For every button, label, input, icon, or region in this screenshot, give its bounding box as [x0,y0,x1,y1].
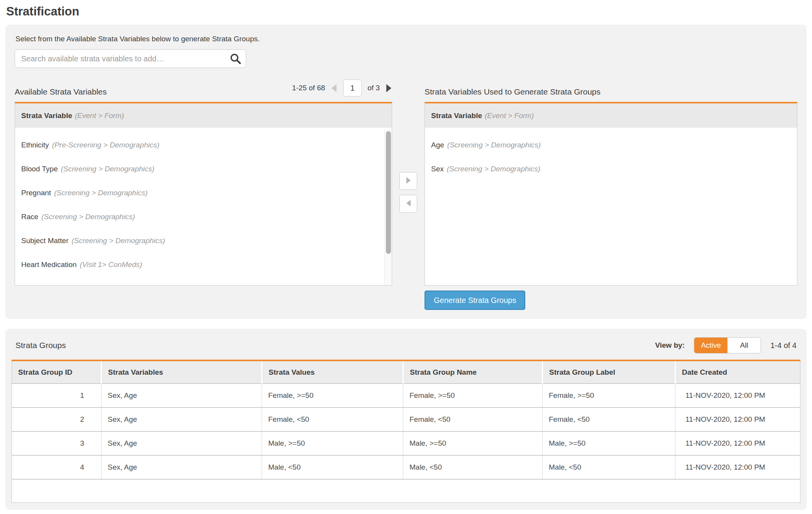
strata-variable-item[interactable]: Pregnant (Screening > Demographics) [15,181,392,205]
list-header-meta: (Event > Form) [485,112,534,120]
cell-strata-group-name: Female, >=50 [403,384,543,407]
item-name: Heart Medication [21,260,77,269]
cell-strata-group-name: Female, <50 [403,407,543,431]
strata-variable-item[interactable]: Age (Screening > Demographics) [425,133,797,157]
move-right-button[interactable] [399,172,417,190]
cell-strata-group-name: Male, >=50 [403,431,543,455]
item-name: Subject Matter [21,237,69,245]
item-meta: (Screening > Demographics) [447,165,540,173]
page-number-input[interactable]: 1 [343,79,362,96]
table-row: 4 Sex, Age Male, <50 Male, <50 Male, <50… [12,455,800,479]
strata-variable-item[interactable]: Subject Matter (Screening > Demographics… [15,229,392,253]
strata-variable-item[interactable]: Sex (Screening > Demographics) [425,157,797,181]
item-name: Ethnicity [21,141,49,149]
item-meta: (Pre-Screening > Demographics) [52,141,159,149]
strata-groups-table: Strata Group ID Strata Variables Strata … [12,360,800,503]
item-meta: (Screening > Demographics) [41,213,135,221]
cell-strata-values: Male, <50 [262,455,403,479]
cell-strata-group-label: Male, >=50 [543,431,675,455]
col-strata-values: Strata Values [262,360,403,384]
scrollbar-thumb[interactable] [386,131,391,254]
cell-strata-group-label: Female, <50 [543,407,675,431]
prev-page-icon[interactable] [331,84,337,93]
table-row: 3 Sex, Age Male, >=50 Male, >=50 Male, >… [12,431,800,455]
col-strata-group-name: Strata Group Name [403,360,543,384]
item-name: Age [431,141,444,149]
view-option-all[interactable]: All [727,338,761,353]
move-left-button[interactable] [399,195,417,213]
arrow-right-icon [406,177,411,185]
selected-list-body: Age (Screening > Demographics) Sex (Scre… [425,128,797,285]
search-icon[interactable] [230,53,241,64]
search-box [15,49,246,68]
list-header-label: Strata Variable [21,112,72,120]
cell-date-created: 11-NOV-2020, 12:00 PM [675,455,800,479]
cell-strata-values: Male, >=50 [262,431,403,455]
col-strata-group-id: Strata Group ID [12,360,102,384]
cell-strata-group-name: Male, <50 [403,455,543,479]
strata-variable-item[interactable]: Race (Screening > Demographics) [15,205,392,229]
dual-list-area: Available Strata Variables 1-25 of 68 1 … [15,79,797,310]
strata-selection-panel: Select from the Available Strata Variabl… [5,25,807,319]
next-page-icon[interactable] [386,84,392,93]
view-option-active[interactable]: Active [694,338,727,353]
generate-strata-groups-button[interactable]: Generate Strata Groups [425,291,525,310]
col-strata-variables: Strata Variables [102,360,262,384]
available-list-body: Ethnicity (Pre-Screening > Demographics)… [15,128,392,285]
cell-strata-variables: Sex, Age [102,384,262,407]
cell-strata-group-label: Male, <50 [543,455,675,479]
table-body: 1 Sex, Age Female, >=50 Female, >=50 Fem… [12,384,800,479]
cell-strata-group-id: 2 [12,407,102,431]
selected-list-title: Strata Variables Used to Generate Strata… [425,87,601,96]
cell-date-created: 11-NOV-2020, 12:00 PM [675,384,800,407]
search-input[interactable] [15,49,246,68]
item-meta: (Screening > Demographics) [447,141,541,149]
cell-strata-values: Female, >=50 [262,384,403,407]
strata-groups-panel: Strata Groups View by: Active All 1-4 of… [5,329,807,510]
cell-date-created: 11-NOV-2020, 12:00 PM [675,407,800,431]
pagination-of-label: of 3 [367,84,380,92]
pagination-range: 1-25 of 68 [292,84,325,92]
selected-list-header: Strata Variable (Event > Form) [425,103,797,128]
cell-date-created: 11-NOV-2020, 12:00 PM [675,431,800,455]
page-title: Stratification [6,5,812,19]
transfer-buttons [392,79,425,310]
item-meta: (Screening > Demographics) [61,165,154,173]
strata-variable-item[interactable]: Heart Medication (Visit 1> ConMeds) [15,253,392,277]
col-date-created: Date Created [675,360,800,384]
table-row: 1 Sex, Age Female, >=50 Female, >=50 Fem… [12,384,800,407]
results-count: 1-4 of 4 [770,341,797,350]
selected-strata-list: Strata Variable (Event > Form) Age (Scre… [425,102,797,286]
cell-strata-group-id: 3 [12,431,102,455]
item-meta: (Screening > Demographics) [54,189,147,197]
strata-groups-title: Strata Groups [15,341,66,350]
available-list-title: Available Strata Variables [15,87,107,96]
cell-strata-group-id: 4 [12,455,102,479]
item-name: Blood Type [21,165,58,173]
table-header-row: Strata Group ID Strata Variables Strata … [12,360,800,384]
item-name: Pregnant [21,189,51,197]
item-meta: (Visit 1> ConMeds) [80,260,142,269]
available-strata-list: Strata Variable (Event > Form) Ethnicity… [15,102,392,286]
available-column: Available Strata Variables 1-25 of 68 1 … [15,79,392,310]
cell-strata-values: Female, <50 [262,407,403,431]
col-strata-group-label: Strata Group Label [543,360,675,384]
view-by-toggle: Active All [694,337,761,353]
strata-variable-item[interactable]: Ethnicity (Pre-Screening > Demographics) [15,133,392,157]
selected-column: Strata Variables Used to Generate Strata… [425,79,797,310]
available-list-header: Strata Variable (Event > Form) [15,103,392,128]
pagination: 1-25 of 68 1 of 3 [292,79,392,96]
table-row: 2 Sex, Age Female, <50 Female, <50 Femal… [12,407,800,431]
item-meta: (Screening > Demographics) [72,237,165,245]
strata-variable-item[interactable]: Blood Type (Screening > Demographics) [15,157,392,181]
cell-strata-variables: Sex, Age [102,455,262,479]
item-name: Race [21,213,38,221]
vertical-scrollbar[interactable] [384,129,392,285]
list-header-label: Strata Variable [431,112,482,120]
table-spacer-row [12,479,800,502]
list-header-meta: (Event > Form) [75,112,124,120]
cell-strata-group-id: 1 [12,384,102,407]
cell-strata-group-label: Female, >=50 [543,384,675,407]
cell-strata-variables: Sex, Age [102,407,262,431]
cell-strata-variables: Sex, Age [102,431,262,455]
